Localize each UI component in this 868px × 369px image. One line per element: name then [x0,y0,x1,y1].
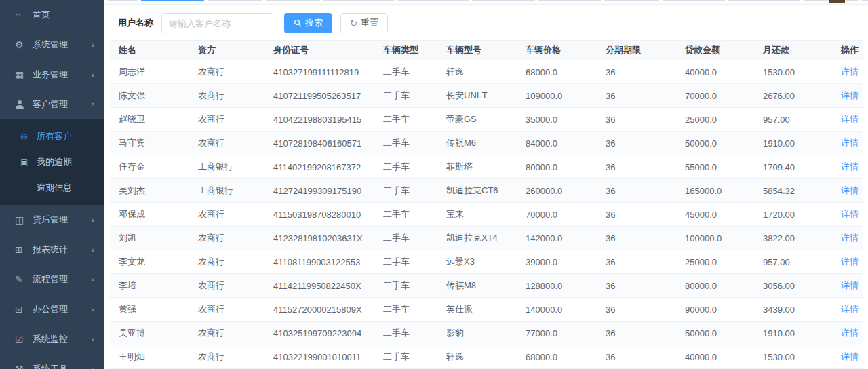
sidebar-item-home[interactable]: ⌂首页 [0,0,104,30]
search-form: 用户名称 搜索 ↻ 重置 [104,5,868,40]
cell-loan_amount: 45000.0 [685,203,763,227]
sidebar-item-office[interactable]: ⊡办公管理∨ [0,294,104,324]
cell-id_number: 410327199111112819 [273,60,383,84]
sidebar-subitem-label: 我的逾期 [37,156,72,168]
tab-collect-records[interactable]: 贷后催收记录× [323,0,394,1]
detail-link[interactable]: 详情 [841,209,859,219]
cell-monthly_payment: 1530.00 [763,60,837,84]
column-header-monthly_payment: 月还款 [763,41,837,60]
cell-funder: 工商银行 [198,155,273,179]
reset-button-label: 重置 [361,17,378,29]
sidebar-item-system[interactable]: ⚙系统管理∨ [0,30,104,60]
detail-link[interactable]: 详情 [841,328,859,338]
sidebar-item-label: 系统管理 [33,39,68,51]
tab-company-bankcard[interactable]: 公司银行卡× [472,0,534,1]
detail-link[interactable]: 详情 [841,161,859,172]
detail-link[interactable]: 详情 [841,280,859,290]
cell-monthly_payment: 3056.00 [763,274,837,298]
cell-action: 详情 [837,132,863,155]
cell-name: 李文龙 [110,250,198,274]
sidebar: ⌂首页⚙系统管理∨▦业务管理∨客户管理∧◎所有客户▣我的逾期逾期信息◫贷后管理∨… [0,0,104,369]
sidebar-item-report[interactable]: ⊞报表统计∨ [0,235,104,265]
sidebar-item-my-overdue[interactable]: ▣我的逾期 [0,149,104,175]
detail-link[interactable]: 详情 [841,304,859,314]
cell-term: 36 [606,84,685,108]
cell-loan_amount: 25000.0 [685,108,763,132]
tab-all-customers[interactable]: 所有客户× [141,0,204,1]
cell-loan_amount: 70000.0 [685,84,763,108]
detail-link[interactable]: 详情 [841,66,859,77]
cell-funder: 农商行 [198,227,273,250]
cell-vehicle_type: 二手车 [383,84,446,108]
detail-link[interactable]: 详情 [841,114,859,124]
cell-name: 周志洋 [110,60,198,84]
cell-action: 详情 [837,155,863,179]
detail-link[interactable]: 详情 [841,90,859,100]
home-icon: ⌂ [15,9,33,20]
cell-loan_amount: 80000.0 [685,274,763,298]
detail-link[interactable]: 详情 [841,256,859,267]
sidebar-item-tools[interactable]: ⚒系统工具∨ [0,354,104,369]
tab-order-detail[interactable]: 订单详情× [266,0,320,1]
customer-table: 姓名资方身份证号车辆类型车辆型号车辆价格分期期限贷款金额月还款操作 周志洋农商行… [104,40,868,369]
detail-link[interactable]: 详情 [841,233,859,243]
cell-vehicle_type: 二手车 [383,298,446,322]
sidebar-item-loan-post[interactable]: ◫贷后管理∨ [0,205,104,235]
search-button[interactable]: 搜索 [284,13,332,33]
cell-id_number: 410322199001010011 [273,345,383,369]
customer-name-input[interactable] [161,13,273,33]
tab-overdue-info[interactable]: 逾期信息× [208,0,262,1]
reset-button[interactable]: ↻ 重置 [340,13,388,33]
cell-action: 详情 [837,203,863,227]
cell-vehicle_type: 二手车 [383,155,446,179]
cell-name: 任存金 [110,155,198,179]
cell-term: 36 [606,227,685,250]
cell-name: 吴刘杰 [110,179,198,203]
cell-action: 详情 [837,345,863,369]
sidebar-item-label: 贷后管理 [33,214,68,226]
sidebar-item-process[interactable]: ✎流程管理∨ [0,265,104,294]
sidebar-item-business[interactable]: ▦业务管理∨ [0,60,104,90]
sidebar-item-label: 客户管理 [33,98,68,111]
columns-icon: ◫ [15,214,33,225]
grid-icon: ▦ [15,69,33,80]
column-header-loan_amount: 贷款金额 [685,41,763,60]
tab-customer-gps[interactable]: 客户GPS信息× [728,0,800,1]
tab-emergency-contacts[interactable]: 紧急联系人× [663,0,725,1]
avatar-fragment[interactable] [829,0,845,3]
sidebar-item-customer[interactable]: 客户管理∧ [0,90,104,119]
cell-monthly_payment: 3822.00 [763,227,837,250]
cell-id_number: 412724199309175190 [273,179,383,203]
cell-term: 36 [606,345,685,369]
cell-vehicle_model: 远景X3 [446,250,526,274]
chevron-down-icon: ∨ [90,71,95,78]
table-row: 吴刘杰工商银行412724199309175190二手车凯迪拉克CT626000… [110,179,863,203]
table-row: 周志洋农商行410327199111112819二手车轩逸68000.03640… [110,60,863,84]
tab-my-process[interactable]: 我的流程× [861,0,868,1]
detail-link[interactable]: 详情 [841,185,859,195]
table-row: 马守宾农商行410728198406160571二手车传祺M684000.036… [110,132,863,155]
table-row: 赵晓卫农商行410422198803195415二手车帝豪GS35000.036… [110,108,863,132]
table-row: 刘凯农商行41232819810203631X二手车凯迪拉克XT4142000.… [110,227,863,250]
cell-term: 36 [606,60,685,84]
detail-link[interactable]: 详情 [841,138,859,148]
sidebar-item-overdue-info[interactable]: 逾期信息 [0,175,104,201]
tab-visit-records[interactable]: 外访记录× [604,0,658,1]
cell-vehicle_model: 轩逸 [446,345,526,369]
tab-customer-bankcard[interactable]: 客户银行卡× [538,0,601,1]
tab-collect-plan[interactable]: 催收处理方案× [398,0,469,1]
monitor-icon: ☑ [15,334,33,345]
tab-home[interactable]: 首页 [108,0,138,1]
cell-funder: 农商行 [198,108,273,132]
detail-link[interactable]: 详情 [841,351,859,362]
cell-loan_amount: 25000.0 [685,250,763,274]
sidebar-item-monitor[interactable]: ☑系统监控∨ [0,324,104,354]
cell-action: 详情 [837,84,863,108]
gear-icon: ⚙ [15,39,33,50]
cell-term: 36 [606,108,685,132]
card-icon: ▣ [20,157,37,167]
search-button-label: 搜索 [305,17,323,29]
table-row: 陈文强农商行410721199505263517二手车长安UNI-T109000… [110,84,863,108]
sidebar-item-all-customers[interactable]: ◎所有客户 [0,123,104,149]
cell-name: 邓保成 [110,203,198,227]
